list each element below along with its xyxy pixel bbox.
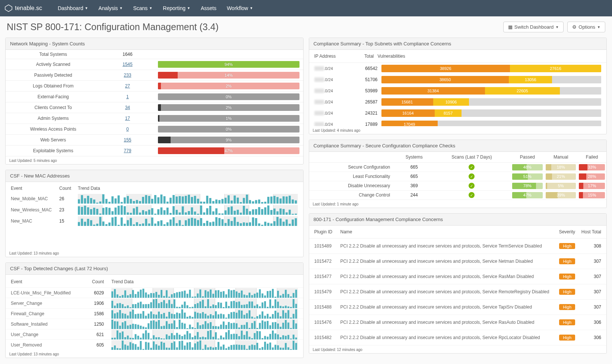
- severity-badge: High: [559, 335, 575, 341]
- svg-rect-722: [184, 345, 186, 350]
- table-row[interactable]: 1015479PCI 2.2.2 Disable all unnecessary…: [309, 284, 607, 300]
- svg-rect-17: [87, 196, 89, 204]
- switch-dashboard-button[interactable]: ▦ Switch Dashboard ▼: [503, 22, 564, 32]
- svg-rect-296: [181, 291, 183, 297]
- svg-rect-398: [225, 301, 227, 308]
- svg-rect-623: [148, 333, 149, 339]
- svg-rect-540: [153, 320, 155, 329]
- svg-rect-291: [168, 297, 170, 298]
- svg-rect-723: [187, 342, 188, 350]
- table-row[interactable]: 1015482PCI 2.2.2 Disable all unnecessary…: [309, 330, 607, 345]
- svg-rect-54: [200, 202, 202, 204]
- svg-rect-70: [249, 200, 251, 204]
- svg-rect-734: [215, 347, 217, 350]
- count-link[interactable]: 0: [126, 127, 129, 132]
- svg-rect-450: [140, 313, 142, 318]
- svg-rect-127: [164, 210, 166, 215]
- svg-rect-68: [243, 198, 245, 204]
- svg-rect-556: [194, 328, 196, 329]
- panel-title: Compliance Summary - Top Subnets with Co…: [309, 38, 607, 50]
- table-row[interactable]: 1015476PCI 2.2.2 Disable all unnecessary…: [309, 315, 607, 330]
- svg-rect-124: [154, 214, 156, 215]
- count-link[interactable]: 233: [124, 73, 131, 78]
- svg-rect-616: [130, 338, 131, 339]
- nav-item-assets[interactable]: Assets: [196, 0, 222, 16]
- options-button[interactable]: ⚙ Options ▼: [567, 22, 605, 32]
- svg-rect-252: [286, 220, 288, 226]
- svg-rect-78: [273, 196, 276, 204]
- svg-rect-244: [261, 225, 263, 226]
- logo[interactable]: tenable.sc: [4, 4, 42, 12]
- svg-rect-425: [295, 304, 297, 308]
- svg-rect-548: [174, 320, 175, 329]
- count-link[interactable]: 155: [124, 137, 131, 143]
- svg-rect-670: [269, 334, 271, 339]
- table-row: Change Control244✓47%39%15%: [309, 191, 607, 200]
- svg-rect-384: [189, 307, 191, 308]
- nav-item-scans[interactable]: Scans▼: [128, 0, 158, 16]
- panel-checks: Compliance Summary - Secure Configuratio…: [309, 140, 607, 208]
- svg-rect-654: [228, 330, 230, 339]
- svg-rect-290: [166, 290, 168, 297]
- nav-item-reporting[interactable]: Reporting▼: [158, 0, 196, 16]
- svg-rect-309: [215, 290, 217, 298]
- severity-badge: High: [559, 243, 575, 249]
- svg-rect-44: [169, 198, 172, 204]
- svg-rect-411: [259, 306, 261, 308]
- svg-rect-107: [102, 208, 105, 215]
- count-link[interactable]: 779: [124, 148, 131, 153]
- svg-rect-491: [246, 313, 248, 318]
- svg-rect-30: [127, 196, 129, 204]
- svg-rect-703: [135, 344, 137, 349]
- svg-rect-122: [148, 210, 150, 215]
- count-link[interactable]: 34: [125, 105, 130, 110]
- svg-rect-381: [181, 304, 183, 308]
- count-link[interactable]: 17: [125, 116, 130, 121]
- table-row: Actively Scanned154594%: [6, 59, 303, 70]
- svg-rect-706: [142, 349, 144, 349]
- table-row: New_Wireless_MAC23: [6, 204, 303, 215]
- nav-item-workflow[interactable]: Workflow▼: [222, 0, 258, 16]
- svg-rect-359: [124, 306, 126, 308]
- svg-rect-33: [136, 200, 138, 204]
- svg-rect-424: [293, 299, 295, 308]
- svg-rect-472: [197, 313, 199, 319]
- table-row[interactable]: 1015488PCI 2.2.2 Disable all unnecessary…: [309, 300, 607, 315]
- svg-rect-619: [137, 336, 139, 339]
- svg-rect-130: [172, 206, 175, 215]
- svg-rect-202: [133, 224, 135, 226]
- count-link[interactable]: 1545: [123, 62, 133, 67]
- svg-rect-243: [258, 223, 260, 226]
- svg-rect-460: [166, 316, 168, 318]
- svg-rect-305: [204, 290, 206, 297]
- count-link[interactable]: 27: [125, 83, 130, 89]
- svg-rect-401: [233, 301, 235, 308]
- svg-rect-141: [206, 208, 208, 215]
- table-row[interactable]: 1015477PCI 2.2.2 Disable all unnecessary…: [309, 269, 607, 284]
- svg-rect-694: [111, 347, 113, 349]
- svg-rect-653: [225, 332, 227, 339]
- stacked-bar: 1568110906: [381, 98, 602, 106]
- svg-rect-62: [225, 198, 227, 204]
- table-row[interactable]: 1015472PCI 2.2.2 Disable all unnecessary…: [309, 254, 607, 269]
- svg-rect-743: [238, 345, 240, 350]
- table-row[interactable]: 1015489PCI 2.2.2 Disable all unnecessary…: [309, 239, 607, 254]
- svg-rect-643: [199, 337, 201, 339]
- svg-rect-36: [145, 195, 147, 204]
- svg-rect-452: [145, 316, 147, 319]
- svg-rect-289: [163, 296, 165, 298]
- svg-rect-403: [238, 301, 240, 308]
- nav-item-analysis[interactable]: Analysis▼: [93, 0, 128, 16]
- nav-item-dashboard[interactable]: Dashboard▼: [53, 0, 93, 16]
- svg-rect-542: [158, 320, 160, 329]
- last-updated: Last Updated: 13 minutes ago: [6, 249, 303, 257]
- svg-rect-43: [167, 202, 169, 204]
- svg-rect-231: [221, 219, 223, 226]
- svg-rect-272: [119, 296, 121, 297]
- svg-rect-709: [150, 348, 152, 350]
- count-link[interactable]: 1: [126, 94, 129, 99]
- svg-rect-143: [212, 211, 215, 215]
- svg-rect-549: [176, 327, 178, 329]
- svg-rect-443: [122, 313, 124, 318]
- svg-rect-75: [264, 202, 266, 204]
